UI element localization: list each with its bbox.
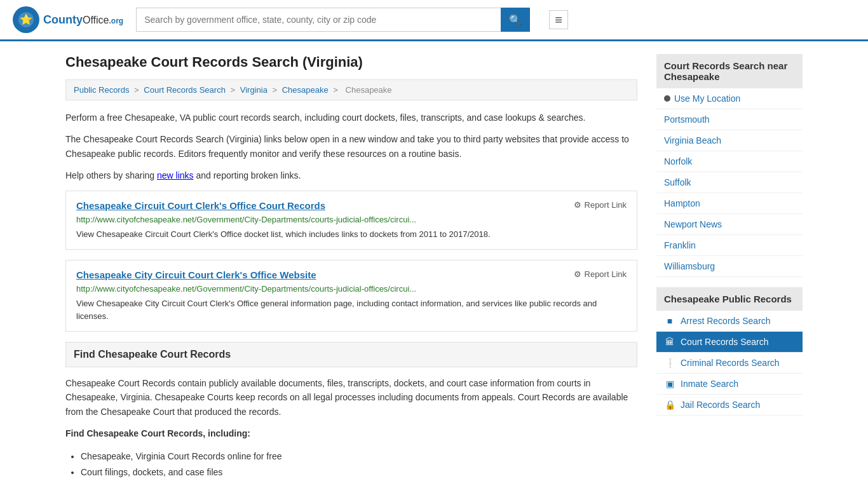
court-icon: 🏛 <box>664 337 675 347</box>
breadcrumb-public-records[interactable]: Public Records <box>74 85 129 95</box>
sidebar-city-franklin[interactable]: Franklin <box>656 235 803 256</box>
bullet-item-2: Court filings, dockets, and case files <box>81 464 637 480</box>
site-logo[interactable]: ⭐ CountyOffice.org <box>13 6 123 33</box>
location-dot-icon <box>664 95 670 102</box>
record-link-header-2: Chesapeake City Circuit Court Clerk's Of… <box>76 269 627 280</box>
intro-p2: The Chesapeake Court Records Search (Vir… <box>65 132 637 161</box>
main-layout: Chesapeake Court Records Search (Virgini… <box>53 41 815 488</box>
find-bullet-list: Chesapeake, Virginia Court Records onlin… <box>81 449 637 480</box>
report-link-btn-2[interactable]: ⚙ Report Link <box>574 269 627 279</box>
breadcrumb-current: Chesapeake <box>346 85 392 95</box>
sidebar-city-newport-news[interactable]: Newport News <box>656 214 803 235</box>
record-desc-2: View Chesapeake City Circuit Court Clerk… <box>76 297 627 322</box>
report-icon-2: ⚙ <box>574 269 581 279</box>
intro-p1: Perform a free Chesapeake, VA public cou… <box>65 111 637 125</box>
page-title: Chesapeake Court Records Search (Virgini… <box>65 54 637 71</box>
record-link-header-1: Chesapeake Circuit Court Clerk's Office … <box>76 200 627 211</box>
report-label-2: Report Link <box>585 269 627 279</box>
criminal-icon: ❕ <box>664 358 675 368</box>
find-section-header: Find Chesapeake Court Records <box>65 342 637 367</box>
arrest-icon: ■ <box>664 316 675 326</box>
content-area: Chesapeake Court Records Search (Virgini… <box>65 54 637 480</box>
record-url-2: http://www.cityofchesapeake.net/Governme… <box>76 284 627 294</box>
record-link-title-2[interactable]: Chesapeake City Circuit Court Clerk's Of… <box>76 269 316 280</box>
bullet-item-1: Chesapeake, Virginia Court Records onlin… <box>81 449 637 464</box>
logo-text: CountyOffice.org <box>43 13 123 27</box>
sidebar-city-hampton[interactable]: Hampton <box>656 193 803 214</box>
new-links-link[interactable]: new links <box>157 170 194 180</box>
criminal-label: Criminal Records Search <box>681 358 780 368</box>
breadcrumb-virginia[interactable]: Virginia <box>240 85 268 95</box>
search-container: 🔍 <box>136 8 530 32</box>
record-link-title-1[interactable]: Chesapeake Circuit Court Clerk's Office … <box>76 200 325 211</box>
report-link-btn-1[interactable]: ⚙ Report Link <box>574 200 627 210</box>
find-body-p2: Find Chesapeake Court Records, including… <box>65 426 637 440</box>
sidebar-arrest-records[interactable]: ■ Arrest Records Search <box>656 311 803 332</box>
sidebar-city-suffolk[interactable]: Suffolk <box>656 172 803 193</box>
sidebar-city-virginia-beach[interactable]: Virginia Beach <box>656 130 803 151</box>
breadcrumb-chesapeake-county[interactable]: Chesapeake <box>282 85 329 95</box>
menu-button[interactable]: ≡ <box>549 10 568 29</box>
sidebar-use-location[interactable]: Use My Location <box>656 88 803 109</box>
report-label-1: Report Link <box>585 200 627 210</box>
find-body-p1: Chesapeake Court Records contain publicl… <box>65 376 637 419</box>
report-icon-1: ⚙ <box>574 200 581 210</box>
sidebar: Court Records Search near Chesapeake Use… <box>656 54 803 480</box>
search-input[interactable] <box>136 8 501 32</box>
record-link-block-2: Chesapeake City Circuit Court Clerk's Of… <box>65 260 637 332</box>
public-records-list: ■ Arrest Records Search 🏛 Court Records … <box>656 311 803 416</box>
jail-label: Jail Records Search <box>681 400 760 410</box>
sidebar-court-records[interactable]: 🏛 Court Records Search <box>656 332 803 353</box>
sidebar-city-norfolk[interactable]: Norfolk <box>656 151 803 172</box>
site-header: ⭐ CountyOffice.org 🔍 ≡ <box>0 0 868 41</box>
nearby-title: Court Records Search near Chesapeake <box>656 54 803 88</box>
svg-text:⭐: ⭐ <box>20 13 32 25</box>
record-desc-1: View Chesapeake Circuit Court Clerk's Of… <box>76 228 627 241</box>
breadcrumb: Public Records > Court Records Search > … <box>65 79 637 100</box>
sidebar-inmate-search[interactable]: ▣ Inmate Search <box>656 374 803 395</box>
nearby-cities-list: Use My Location Portsmouth Virginia Beac… <box>656 88 803 277</box>
intro-p3: Help others by sharing new links and rep… <box>65 168 637 182</box>
sidebar-city-portsmouth[interactable]: Portsmouth <box>656 109 803 130</box>
public-records-title: Chesapeake Public Records <box>656 287 803 311</box>
sidebar-criminal-records[interactable]: ❕ Criminal Records Search <box>656 353 803 374</box>
logo-icon: ⭐ <box>13 6 39 33</box>
sidebar-city-williamsburg[interactable]: Williamsburg <box>656 256 803 277</box>
arrest-label: Arrest Records Search <box>681 316 771 326</box>
sidebar-jail-records[interactable]: 🔒 Jail Records Search <box>656 395 803 416</box>
search-button[interactable]: 🔍 <box>501 8 530 32</box>
record-link-block-1: Chesapeake Circuit Court Clerk's Office … <box>65 191 637 250</box>
breadcrumb-court-records[interactable]: Court Records Search <box>144 85 226 95</box>
court-label: Court Records Search <box>681 337 769 347</box>
jail-icon: 🔒 <box>664 400 675 410</box>
use-location-label: Use My Location <box>674 93 740 104</box>
inmate-label: Inmate Search <box>681 379 738 389</box>
inmate-icon: ▣ <box>664 379 675 389</box>
record-url-1: http://www.cityofchesapeake.net/Governme… <box>76 215 627 224</box>
